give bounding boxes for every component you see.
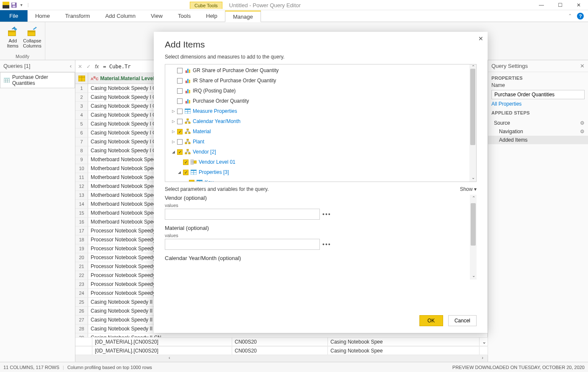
tree-label[interactable]: IRQ (Posting Date) [193, 88, 236, 94]
row-number[interactable]: 9 [75, 155, 88, 164]
scroll-left-icon[interactable]: ‹ [169, 355, 170, 360]
ellipsis-button[interactable]: ••• [322, 211, 331, 218]
expander-icon[interactable]: ▷ [171, 119, 175, 123]
checkbox[interactable] [177, 78, 183, 84]
tree-item[interactable]: ◢✓Vendor [2] [165, 147, 476, 157]
dialog-close-icon[interactable]: ✕ [478, 35, 483, 42]
cube-tools-contextual-tab[interactable]: Cube Tools [190, 2, 222, 9]
close-icon[interactable]: ✕ [580, 63, 585, 69]
row-number[interactable]: 8 [75, 146, 88, 155]
horizontal-scrollbar[interactable]: ‹ › [75, 355, 488, 362]
checkbox[interactable] [177, 68, 183, 73]
checkbox[interactable]: ✓ [177, 129, 183, 134]
tab-view[interactable]: View [143, 10, 170, 22]
applied-step[interactable]: Added Items [488, 136, 588, 144]
maximize-button[interactable]: ☐ [551, 0, 569, 10]
tree-item[interactable]: ▷Calendar Year/Month [165, 116, 476, 126]
tree-label[interactable]: Vendor Level 01 [199, 159, 236, 165]
tree-scrollbar[interactable]: ⌃ ⌄ [469, 64, 476, 182]
checkbox[interactable]: ✓ [189, 180, 194, 182]
tree-label[interactable]: Measure Properties [193, 108, 237, 114]
scroll-down-icon[interactable]: ⌄ [472, 273, 475, 278]
tree-item[interactable]: ▷✓Material [165, 126, 476, 137]
row-number[interactable]: 28 [75, 324, 88, 333]
checkbox[interactable] [177, 88, 183, 94]
params-scrollbar[interactable]: ⌃ ⌄ [470, 195, 477, 280]
checkbox[interactable] [177, 109, 183, 114]
expander-icon[interactable]: ▷ [171, 129, 175, 134]
tab-tools[interactable]: Tools [170, 10, 198, 22]
scroll-right-icon[interactable]: › [482, 355, 483, 360]
checkbox[interactable]: ✓ [183, 170, 189, 175]
tree-label[interactable]: Material [193, 129, 211, 134]
row-number[interactable]: 20 [75, 253, 88, 262]
row-number[interactable]: 1 [75, 84, 88, 92]
param-input[interactable] [165, 209, 320, 220]
row-number[interactable]: 23 [75, 280, 88, 288]
cell[interactable]: Casing Notebook Spee [328, 347, 480, 355]
checkbox[interactable] [177, 98, 183, 104]
tab-transform[interactable]: Transform [58, 10, 98, 22]
row-number[interactable]: 4 [75, 111, 88, 119]
ribbon-collapse-icon[interactable]: ⌃ [568, 13, 572, 19]
save-icon[interactable] [11, 2, 17, 8]
tab-manage[interactable]: Manage [225, 11, 261, 22]
row-number[interactable]: 22 [75, 271, 88, 280]
row-number[interactable]: 12 [75, 182, 88, 190]
checkbox[interactable]: ✓ [177, 149, 183, 155]
scroll-thumb[interactable] [470, 69, 475, 145]
formula-cancel-icon[interactable]: ✕ [78, 64, 82, 70]
row-number[interactable]: 15 [75, 209, 88, 217]
tree-label[interactable]: Key [205, 179, 214, 182]
row-number[interactable]: 16 [75, 218, 88, 226]
tree-label[interactable]: Plant [193, 139, 204, 145]
applied-step[interactable]: Source⚙ [488, 119, 588, 127]
checkbox[interactable]: ✓ [183, 159, 189, 165]
tree-label[interactable]: IR Share of Purchase Order Quantity [193, 78, 276, 84]
param-input[interactable] [165, 239, 320, 250]
close-button[interactable]: ✕ [569, 0, 588, 10]
checkbox[interactable] [177, 119, 183, 124]
row-number[interactable]: 10 [75, 164, 88, 173]
qat-customize-icon[interactable]: ▾ [19, 3, 24, 7]
row-number[interactable]: 3 [75, 102, 88, 110]
row-number[interactable]: 27 [75, 316, 88, 324]
row-number[interactable]: 2 [75, 93, 88, 101]
tab-add-column[interactable]: Add Column [97, 10, 143, 22]
expander-icon[interactable]: ▷ [171, 109, 175, 113]
tree-label[interactable]: Vendor [2] [193, 149, 216, 155]
scroll-up-icon[interactable]: ⌃ [472, 196, 475, 200]
tree-item[interactable]: IR Share of Purchase Order Quantity [165, 76, 476, 86]
row-number[interactable]: 14 [75, 200, 88, 208]
expander-icon[interactable]: ◢ [171, 150, 175, 154]
chevron-left-icon[interactable]: ‹ [70, 63, 72, 69]
query-name-input[interactable] [491, 90, 585, 99]
row-number[interactable]: 24 [75, 289, 88, 297]
row-number[interactable]: 19 [75, 244, 88, 253]
row-number[interactable]: 18 [75, 235, 88, 244]
add-items-button[interactable]: AddItems [3, 24, 22, 53]
fx-icon[interactable]: fx [95, 64, 99, 70]
tab-help[interactable]: Help [198, 10, 225, 22]
row-number[interactable]: 5 [75, 120, 88, 128]
cell[interactable]: [0D_MATERIAL].[CN00S20] [92, 347, 232, 355]
tree-item[interactable]: ✓Key [165, 177, 476, 182]
row-number[interactable]: 21 [75, 262, 88, 271]
ellipsis-button[interactable]: ••• [322, 241, 331, 248]
tree-label[interactable]: GR Share of Purchase Order Quantity [193, 67, 279, 73]
checkbox[interactable] [177, 139, 183, 145]
tree-label[interactable]: Properties [3] [199, 169, 229, 175]
tab-file[interactable]: File [0, 10, 28, 22]
applied-step[interactable]: Navigation⚙ [488, 127, 588, 136]
row-number[interactable]: 17 [75, 227, 88, 235]
row-number[interactable]: 25 [75, 298, 88, 306]
row-number[interactable]: 11 [75, 173, 88, 182]
tree-label[interactable]: Purchase Order Quantity [193, 98, 249, 104]
minimize-button[interactable]: — [532, 0, 551, 10]
row-number[interactable]: 26 [75, 307, 88, 315]
formula-commit-icon[interactable]: ✓ [86, 64, 91, 70]
help-icon[interactable]: ? [577, 13, 584, 20]
tree-item[interactable]: ▷Measure Properties [165, 106, 476, 116]
row-number[interactable]: 7 [75, 137, 88, 146]
tree-label[interactable]: Calendar Year/Month [193, 118, 241, 124]
